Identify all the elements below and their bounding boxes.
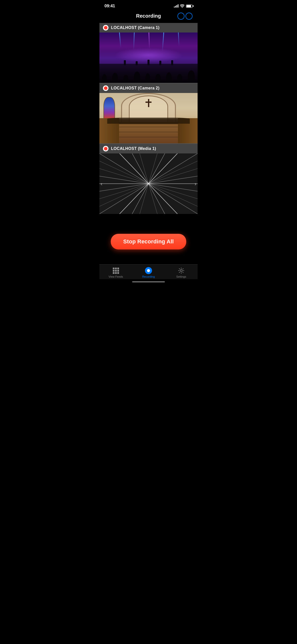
tab-label-view-feeds: View Feeds [108, 275, 123, 278]
tab-settings[interactable]: Settings [165, 267, 198, 278]
record-tab-icon [145, 267, 152, 274]
status-icons [174, 4, 193, 8]
nav-header: Recording [99, 11, 198, 23]
media-visualization [99, 153, 198, 214]
left-arrow-icon[interactable]: ‹ [101, 181, 102, 187]
tab-bar: View Feeds Recording Settings [99, 264, 198, 279]
stop-recording-button[interactable]: Stop Recording All [111, 234, 187, 249]
record-indicator-media1 [103, 146, 108, 151]
record-indicator-camera1 [103, 25, 108, 30]
tab-recording[interactable]: Recording [132, 267, 165, 278]
tab-label-recording: Recording [142, 275, 155, 278]
battery-icon [186, 5, 193, 8]
status-time: 09:41 [104, 4, 115, 9]
page-title: Recording [136, 13, 161, 19]
tab-label-settings: Settings [176, 275, 186, 278]
feed-preview-camera1 [99, 33, 198, 83]
feed-item-camera1[interactable]: LOCALHOST (Camera 1) [99, 23, 198, 83]
feed-list: LOCALHOST (Camera 1) [99, 23, 198, 214]
feed-header-camera2: LOCALHOST (Camera 2) [99, 83, 198, 93]
feed-header-camera1: LOCALHOST (Camera 1) [99, 23, 198, 33]
feed-title-media1: LOCALHOST (Media 1) [111, 146, 156, 151]
church-scene [99, 93, 198, 143]
app-container: 09:41 Recording [99, 0, 198, 284]
grid-tab-icon [112, 267, 119, 274]
feed-item-camera2[interactable]: LOCALHOST (Camera 2) [99, 83, 198, 143]
home-indicator [99, 279, 198, 284]
status-bar: 09:41 [99, 0, 198, 11]
feed-preview-media1: ‹ › [99, 153, 198, 214]
concert-scene [99, 33, 198, 83]
circle-left-icon[interactable] [177, 13, 184, 20]
tab-view-feeds[interactable]: View Feeds [99, 267, 132, 278]
right-arrow-icon[interactable]: › [195, 181, 196, 187]
record-indicator-camera2 [103, 85, 108, 91]
feed-title-camera1: LOCALHOST (Camera 1) [111, 25, 160, 30]
nav-action-area [177, 13, 193, 20]
feed-header-media1: LOCALHOST (Media 1) [99, 144, 198, 153]
wifi-icon [180, 4, 184, 8]
svg-point-19 [180, 270, 182, 272]
bottom-area: Stop Recording All [99, 214, 198, 264]
feed-item-media1[interactable]: LOCALHOST (Media 1) [99, 144, 198, 214]
media-scene: ‹ › [99, 153, 198, 214]
signal-icon [174, 5, 178, 8]
feed-title-camera2: LOCALHOST (Camera 2) [111, 86, 160, 90]
feed-preview-camera2 [99, 93, 198, 143]
circle-right-icon[interactable] [185, 13, 193, 20]
gear-tab-icon [178, 267, 185, 274]
